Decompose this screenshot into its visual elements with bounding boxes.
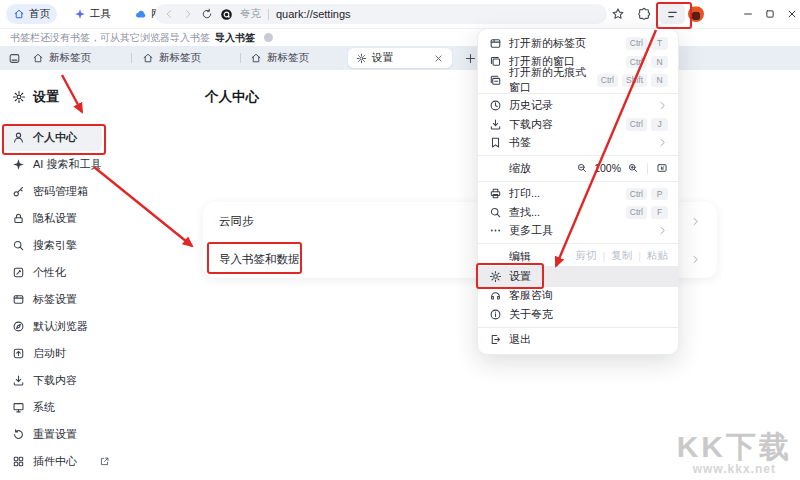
browser-menu-dropdown: 打开新的标签页 CtrlT 打开新的窗口 CtrlN 打开新的无痕式窗口 Ctr…: [477, 28, 679, 355]
edit-paste[interactable]: 粘贴: [647, 249, 668, 263]
submenu-chevron-icon: [657, 100, 668, 111]
grid-icon: [12, 455, 25, 468]
settings-header-label: 设置: [33, 88, 59, 106]
sidebar-item-on-startup[interactable]: 启动时: [2, 340, 172, 367]
bookmark-star-icon[interactable]: [611, 7, 625, 21]
divider: |: [603, 250, 606, 262]
menu-button[interactable]: [659, 4, 685, 24]
maximize-button[interactable]: [763, 7, 777, 21]
browser-toolbar: 首页 工具 网盘 夸克 quark://settings: [0, 0, 800, 29]
bookmark-info-icon[interactable]: [264, 33, 273, 42]
minimize-button[interactable]: [741, 7, 755, 21]
search-icon: [489, 206, 502, 219]
quick-links: 首页 工具 网盘: [6, 0, 179, 28]
edit-cut[interactable]: 剪切: [576, 249, 597, 263]
key-icon: [12, 185, 25, 198]
zoom-out-icon[interactable]: [576, 162, 588, 174]
edit-copy[interactable]: 复制: [611, 249, 632, 263]
bookmark-hint: 书签栏还没有书签，可从其它浏览器导入书签: [10, 31, 210, 45]
zoom-in-icon[interactable]: [627, 162, 639, 174]
shortcut-key: Ctrl: [626, 37, 647, 50]
menu-item-new-incognito-window[interactable]: 打开新的无痕式窗口 CtrlShiftN: [478, 71, 678, 90]
url-text[interactable]: quark://settings: [276, 8, 351, 20]
menu-item-label: 下载内容: [509, 117, 553, 132]
menu-item-exit[interactable]: 退出: [478, 331, 678, 350]
shortcut-key: Ctrl: [626, 118, 647, 131]
exit-icon: [489, 333, 502, 346]
sidebar-item-system[interactable]: 系统: [2, 394, 172, 421]
sidebar-item-label: AI 搜索和工具: [33, 157, 101, 172]
sidebar-item-ai-tools[interactable]: AI 搜索和工具: [2, 151, 172, 178]
sidebar-item-password-manager[interactable]: 密码管理箱: [2, 178, 172, 205]
menu-item-bookmarks[interactable]: 书签: [478, 134, 678, 153]
divider: |: [638, 250, 641, 262]
new-window-icon: [489, 55, 502, 68]
clock-icon: [489, 99, 502, 112]
sidebar-item-label: 下载内容: [33, 373, 77, 388]
address-bar[interactable]: 夸克 quark://settings: [155, 4, 607, 24]
menu-item-find[interactable]: 查找... CtrlF: [478, 203, 678, 222]
annotation-arrow-1: [62, 75, 82, 112]
sidebar-item-search-engine[interactable]: 搜索引擎: [2, 232, 172, 259]
sidebar-item-label: 系统: [33, 400, 55, 415]
menu-item-more-tools[interactable]: 更多工具: [478, 222, 678, 241]
sidebar-item-default-browser[interactable]: 默认浏览器: [2, 313, 172, 340]
back-icon[interactable]: [163, 8, 175, 20]
menu-item-about-quark[interactable]: 关于夸克: [478, 305, 678, 324]
fullscreen-icon[interactable]: [656, 162, 668, 174]
tab-divider: [131, 53, 132, 63]
sidebar-item-personalization[interactable]: 个性化: [2, 259, 172, 286]
menu-item-downloads[interactable]: 下载内容 CtrlJ: [478, 115, 678, 134]
menu-item-print[interactable]: 打印... CtrlP: [478, 185, 678, 204]
tab-newtab-2[interactable]: 新标签页: [142, 46, 201, 70]
sidebar-item-personal-center[interactable]: 个人中心: [2, 124, 102, 151]
browser-window: 首页 工具 网盘 夸克 quark://settings: [0, 0, 800, 480]
menu-item-label: 打开新的标签页: [509, 36, 586, 51]
quicklink-home[interactable]: 首页: [6, 4, 57, 24]
avatar[interactable]: [688, 6, 704, 22]
home-icon: [13, 8, 25, 20]
menu-item-new-tab[interactable]: 打开新的标签页 CtrlT: [478, 34, 678, 53]
tab-label: 新标签页: [49, 51, 91, 65]
close-button[interactable]: [785, 7, 799, 21]
quark-logo-icon: [220, 8, 233, 21]
menu-divider: [478, 155, 678, 156]
new-tab-page-icon: [489, 37, 502, 50]
divider: [647, 163, 648, 174]
download-icon: [12, 374, 25, 387]
more-dots-icon: [489, 224, 502, 237]
refresh-icon[interactable]: [201, 8, 213, 20]
forward-icon[interactable]: [182, 8, 194, 20]
tab-close-icon[interactable]: [433, 53, 444, 64]
sidebar-item-reset-settings[interactable]: 重置设置: [2, 421, 172, 448]
menu-item-label: 打印...: [509, 186, 540, 201]
tab-newtab-1[interactable]: 新标签页: [32, 46, 91, 70]
sidebar-item-privacy[interactable]: 隐私设置: [2, 205, 172, 232]
menu-item-customer-service[interactable]: 客服咨询: [478, 287, 678, 306]
sidebar-item-label: 插件中心: [33, 454, 77, 469]
close-icon: [786, 8, 798, 20]
sidebar-item-plugin-center[interactable]: 插件中心: [2, 448, 172, 475]
menu-item-label: 缩放: [509, 161, 531, 176]
menu-item-settings[interactable]: 设置: [478, 266, 678, 287]
menu-item-history[interactable]: 历史记录: [478, 97, 678, 116]
minimize-icon: [742, 8, 754, 20]
shortcut-key: Ctrl: [626, 56, 647, 69]
shortcut-key: N: [651, 74, 668, 87]
tab-settings[interactable]: 设置: [348, 48, 452, 68]
watermark-url: www.kkx.net: [677, 462, 792, 476]
import-bookmarks-link[interactable]: 导入书签: [215, 31, 255, 45]
chevron-right-icon: [690, 254, 701, 265]
tab-list-icon[interactable]: [8, 52, 21, 65]
quicklink-tools[interactable]: 工具: [67, 4, 118, 24]
sidebar-item-downloads[interactable]: 下载内容: [2, 367, 172, 394]
compass-icon: [12, 320, 25, 333]
new-tab-icon[interactable]: [464, 52, 477, 65]
external-link-icon: [99, 456, 110, 467]
tab-newtab-3[interactable]: 新标签页: [250, 46, 309, 70]
active-tab-label: 设置: [372, 51, 393, 65]
page-title: 个人中心: [205, 88, 259, 106]
sidebar-item-tab-settings[interactable]: 标签设置: [2, 286, 172, 313]
incognito-window-icon: [489, 74, 502, 87]
extensions-icon[interactable]: [637, 7, 651, 21]
